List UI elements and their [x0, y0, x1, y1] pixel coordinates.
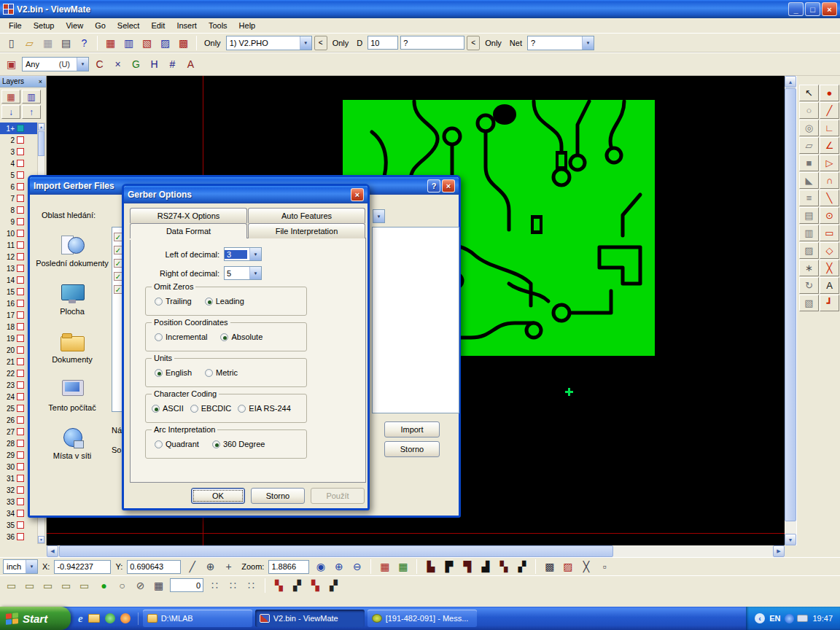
close-icon[interactable]: × [37, 78, 44, 85]
net-table-icon[interactable]: ▦ [394, 559, 411, 575]
rotate-tool[interactable]: ↻ [799, 277, 819, 294]
dcode-info-field[interactable]: ? [400, 36, 464, 50]
mosaic-icon-4[interactable]: ▞ [325, 578, 342, 594]
only-dcode-toggle[interactable]: Only [330, 39, 352, 47]
menu-view[interactable]: View [60, 20, 89, 31]
circle-pad-tool[interactable]: ⊙ [820, 207, 839, 224]
pad-array-tool[interactable]: ◎ [799, 120, 819, 136]
pad-shape-icon-6[interactable]: ▞ [513, 559, 530, 575]
layer-swatch[interactable] [17, 206, 24, 214]
browser-icon[interactable] [120, 613, 131, 623]
circle-outline-icon[interactable]: ○ [114, 578, 131, 594]
polygon-tool[interactable]: ◇ [820, 242, 839, 259]
left-of-decimal-combo[interactable]: 3 ▼ [224, 247, 262, 261]
mosaic-icon-1[interactable]: ▚ [271, 578, 287, 594]
zoom-window-icon[interactable]: ◉ [312, 559, 329, 575]
mask-icon[interactable]: ▨ [559, 559, 576, 575]
chevron-down-icon[interactable]: ▼ [300, 36, 311, 50]
language-indicator[interactable]: EN [769, 614, 780, 623]
tab-rs274-x-options[interactable]: RS274-X Options [130, 208, 247, 223]
gerber-filter-icon[interactable]: G [128, 56, 144, 72]
corner-line-tool[interactable]: ∟ [820, 120, 839, 136]
pad-shape-icon-4[interactable]: ▟ [477, 559, 494, 575]
star-tool[interactable]: ∗ [799, 260, 819, 276]
open-file-icon[interactable]: ▱ [21, 35, 38, 51]
online-status-icon[interactable]: ● [96, 578, 112, 594]
dot-grid-icon-3[interactable]: ∷ [243, 578, 260, 594]
dot-grid-icon-2[interactable]: ∷ [225, 578, 241, 594]
circles-filter-icon[interactable]: C [91, 56, 108, 72]
chevron-down-icon[interactable]: ▼ [373, 209, 385, 223]
radio-360-degree[interactable]: 360 Degree [212, 440, 265, 448]
tab-auto-features[interactable]: Auto Features [248, 208, 365, 223]
cursor-tool[interactable]: ↖ [799, 85, 819, 101]
layer-swatch[interactable] [17, 381, 24, 389]
layer-row-1[interactable]: 1+ [0, 122, 38, 134]
radio-metric[interactable]: Metric [205, 368, 238, 377]
flash-pad-tool[interactable]: ● [820, 85, 839, 101]
layer-swatch[interactable] [17, 335, 24, 342]
scroll-up-icon[interactable]: ▲ [38, 123, 44, 131]
only-net-toggle[interactable]: Only [482, 39, 505, 47]
menu-go[interactable]: Go [89, 20, 112, 31]
transform-tool[interactable]: ▱ [799, 137, 819, 154]
messenger-tray-icon[interactable] [785, 614, 794, 623]
scrollbar-thumb[interactable] [59, 545, 613, 557]
dialog-title-bar[interactable]: Gerber Options × [124, 186, 368, 203]
scroll-left-icon[interactable]: ◀ [47, 545, 58, 557]
corner-tool[interactable]: ┛ [820, 295, 839, 311]
layer-swatch[interactable] [17, 241, 24, 249]
context-help-icon[interactable]: ? [76, 35, 93, 51]
text-tool[interactable]: A [820, 277, 839, 294]
layer-swatch[interactable] [17, 195, 24, 202]
zoom-out-icon[interactable]: ⊖ [349, 559, 365, 575]
scroll-right-icon[interactable]: ▶ [773, 545, 785, 557]
chevron-down-icon[interactable]: ▼ [249, 248, 261, 260]
layer-swatch[interactable] [17, 405, 24, 412]
menu-setup[interactable]: Setup [28, 20, 61, 31]
point-snap-icon[interactable]: + [220, 559, 237, 575]
radio-ascii[interactable]: ASCII [152, 404, 184, 413]
layer-swatch[interactable] [17, 358, 24, 365]
place-plocha[interactable]: Plocha [36, 278, 109, 326]
pad-shape-icon-5[interactable]: ▚ [495, 559, 512, 575]
layers-panel-header[interactable]: Layers × [0, 76, 46, 88]
mirror-tool[interactable]: ◣ [799, 172, 819, 189]
pad-shape-icon-2[interactable]: ▛ [440, 559, 457, 575]
place-dokumenty[interactable]: Dokumenty [36, 326, 109, 374]
layer-swatch[interactable] [17, 311, 24, 319]
tray-collapse-icon[interactable]: ‹ [755, 613, 765, 623]
vertical-scrollbar[interactable]: ▲ ▼ [785, 76, 796, 545]
start-button[interactable]: Start [0, 607, 71, 630]
diagonal-line-tool[interactable]: ╲ [820, 190, 839, 206]
keyboard-tray-icon[interactable] [797, 615, 808, 622]
layer-columns-icon[interactable]: ▥ [22, 90, 41, 104]
h-pad-filter-icon[interactable]: H [146, 56, 163, 72]
layer-combo[interactable]: 1) V2.PHO ▼ [226, 36, 312, 50]
measure-tool[interactable]: ▨ [799, 242, 819, 259]
layer-swatch[interactable] [17, 160, 24, 167]
scroll-down-icon[interactable]: ▼ [38, 536, 44, 543]
scrollbar-thumb[interactable] [38, 131, 44, 156]
radio-trailing[interactable]: Trailing [155, 297, 192, 306]
arc-tool[interactable]: ∩ [820, 172, 839, 189]
dcode-input[interactable]: 10 [368, 36, 398, 50]
file-list-right[interactable] [372, 227, 459, 413]
layer-row-4[interactable]: 4 [0, 158, 38, 169]
menu-file[interactable]: File [3, 20, 28, 31]
layer-swatch[interactable] [17, 521, 24, 529]
radio-english[interactable]: English [155, 368, 192, 377]
layer-swatch[interactable] [17, 510, 24, 517]
board-layer-icon-5[interactable]: ▭ [76, 578, 93, 594]
previous-dcode-button[interactable]: < [467, 36, 480, 50]
y-coordinate-field[interactable]: 0.690643 [127, 560, 181, 574]
close-button[interactable]: × [351, 188, 364, 201]
horizontal-scrollbar[interactable]: ◀ ▶ [47, 545, 785, 557]
rect-outline-tool[interactable]: ▭ [820, 225, 839, 241]
move-layer-up-icon[interactable]: ↑ [22, 105, 41, 119]
grid-value-field[interactable]: 0 [170, 578, 203, 592]
only-layer-toggle[interactable]: Only [201, 39, 224, 47]
net-combo[interactable]: ? ▼ [527, 36, 594, 50]
radio-quadrant[interactable]: Quadrant [155, 440, 199, 448]
units-combo[interactable]: inch ▼ [3, 559, 38, 574]
